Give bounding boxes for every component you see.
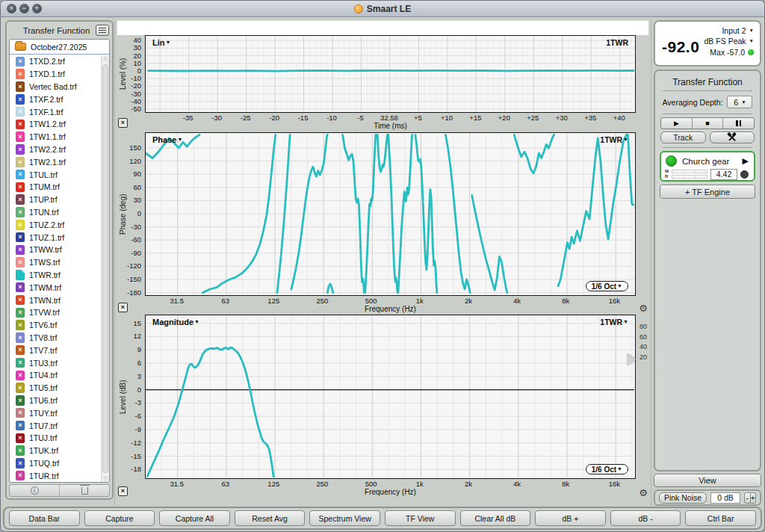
list-item[interactable]: ×1TXD.1.trf <box>10 68 101 81</box>
delay-find-button[interactable] <box>740 170 749 179</box>
clear-all-db-button[interactable]: Clear All dB <box>460 510 531 526</box>
trace-file-icon: × <box>16 371 25 381</box>
list-item[interactable]: ×1TUR.trf <box>10 469 101 482</box>
list-item[interactable]: ×1TU4.trf <box>10 369 101 382</box>
list-item[interactable]: ×1TWS.trf <box>10 256 101 269</box>
tools-button[interactable] <box>710 132 755 143</box>
list-item[interactable]: ×1TV7.trf <box>10 344 101 356</box>
play-button[interactable]: ▶ <box>661 118 692 129</box>
phase-plot[interactable]: Phase▼ 1TWR▼ 1/6 Oct▼ <box>145 132 636 296</box>
list-item[interactable]: ×1TUL.trf <box>10 168 101 181</box>
list-item[interactable]: ×1TUZ.1.trf <box>10 231 101 244</box>
level-minus-button[interactable]: - <box>744 492 751 504</box>
library-footer-bar: i <box>9 484 110 497</box>
list-item[interactable]: ×1TW1.1.trf <box>10 131 101 143</box>
delete-button[interactable] <box>59 485 109 496</box>
list-item[interactable]: ×1TUK.trf <box>10 445 101 457</box>
trace-file-icon: × <box>16 433 25 444</box>
list-item[interactable]: ×1TV8.trf <box>10 332 101 344</box>
tf-view-button[interactable]: TF View <box>385 510 456 526</box>
list-item[interactable]: ×1TWW.trf <box>10 244 101 256</box>
list-item[interactable]: ×1TV6.trf <box>10 319 101 332</box>
averaging-depth-label: Averaging Depth: <box>663 98 723 107</box>
lin-plot[interactable]: Lin▼ 1TWR <box>145 35 636 113</box>
list-item[interactable]: ×1TUZ.2.trf <box>10 218 101 231</box>
list-scrollbar[interactable]: △ ▽ <box>101 55 109 482</box>
list-item[interactable]: ×1TWN.trf <box>10 294 101 306</box>
db--button[interactable]: dB - <box>610 510 681 526</box>
pink-noise-button[interactable]: Pink Noise <box>659 492 707 504</box>
reset-avg-button[interactable]: Reset Avg <box>235 510 306 526</box>
engine-active-led-icon[interactable] <box>666 155 677 167</box>
pane-settings-gear-icon[interactable]: ⚙ <box>637 488 649 498</box>
list-item[interactable]: ×1TXF.1.trf <box>10 105 101 118</box>
trace-file-name: 1TUY.trf <box>29 409 58 418</box>
stop-button[interactable]: ■ <box>692 118 723 129</box>
list-item[interactable]: ×1TUJ.trf <box>10 432 101 445</box>
data-bar-button[interactable]: Data Bar <box>9 510 80 526</box>
phase-y-ticks: 1501209060300-30-60-90-120-150-180 <box>117 132 143 296</box>
mag-y-ticks: 15129630-3-6-9-12-15-18 <box>117 315 143 479</box>
close-pane-icon[interactable]: × <box>118 486 128 496</box>
trace-file-icon: × <box>16 383 25 393</box>
spectrum-view-button[interactable]: Spectrum View <box>309 510 380 526</box>
list-item[interactable]: ×1TWM.trf <box>10 281 101 294</box>
tf-engine-church-gear[interactable]: Church gear ▶ MR 4.42 <box>660 151 755 182</box>
view-button[interactable]: View <box>654 474 761 487</box>
list-item[interactable]: ×1TW1.2.trf <box>10 118 101 131</box>
list-item[interactable]: ×1TU7.trf <box>10 419 101 432</box>
phase-x-axis: 31.5631252505001k2k4k8k16k Frequency (Hz… <box>145 296 636 314</box>
trace-file-name: 1TV6.trf <box>29 321 57 330</box>
close-pane-icon[interactable]: × <box>118 118 128 128</box>
capture-button[interactable]: Capture <box>84 510 155 526</box>
scrollbar-thumb[interactable] <box>102 64 108 473</box>
phase-trace-menu[interactable]: 1TWR▼ <box>600 135 628 144</box>
list-item[interactable]: ×1TXF.2.trf <box>10 93 101 105</box>
pane-settings-gear-icon[interactable]: ⚙ <box>637 303 649 314</box>
list-item[interactable]: ×1TXD.2.trf <box>10 55 101 68</box>
trace-file-icon: × <box>16 458 25 468</box>
list-item[interactable]: ×1TUQ.trf <box>10 457 101 470</box>
scroll-up-icon[interactable]: △ <box>102 55 109 61</box>
db--button[interactable]: dB + <box>535 510 606 526</box>
list-item[interactable]: ×1TU5.trf <box>10 382 101 395</box>
averaging-depth-select[interactable]: 6▼ <box>727 96 752 108</box>
list-item[interactable]: ×Vertec Bad.trf <box>10 81 101 93</box>
mag-type-menu[interactable]: Magnitude▼ <box>152 318 199 327</box>
ctrl-bar-button[interactable]: Ctrl Bar <box>685 510 756 526</box>
info-button[interactable]: i <box>10 485 59 496</box>
list-item[interactable]: ×1TW2.1.trf <box>10 155 101 168</box>
list-item[interactable]: ×1TU3.trf <box>10 356 101 369</box>
input-select[interactable]: Input 2▼ <box>722 25 754 35</box>
engine-run-icon[interactable]: ▶ <box>743 156 749 166</box>
mag-trace-menu[interactable]: 1TWR▼ <box>600 318 628 327</box>
list-item[interactable]: ×1TVW.trf <box>10 306 101 319</box>
close-pane-icon[interactable]: × <box>118 303 128 312</box>
list-item[interactable]: ×1TUY.trf <box>10 406 101 419</box>
list-item[interactable]: 1TWR.trf <box>10 269 101 282</box>
folder-row[interactable]: October27.2025 <box>10 40 109 55</box>
list-item[interactable]: ×1TUM.trf <box>10 181 101 194</box>
phase-chart-svg <box>146 133 634 294</box>
capture-all-button[interactable]: Capture All <box>159 510 230 526</box>
pause-button[interactable] <box>722 118 754 129</box>
pause-icon <box>736 120 738 126</box>
library-menu-button[interactable] <box>96 25 109 36</box>
phase-smoothing-menu[interactable]: 1/6 Oct▼ <box>586 281 628 291</box>
delay-value-field[interactable]: 4.42 <box>710 169 737 180</box>
scroll-down-icon[interactable]: ▽ <box>102 476 109 482</box>
phase-type-menu[interactable]: Phase▼ <box>152 135 182 144</box>
mag-plot[interactable]: Magnitude▼ 1TWR▼ 1/6 Oct▼ <box>145 315 636 479</box>
lin-type-menu[interactable]: Lin▼ <box>152 38 170 47</box>
track-button[interactable]: Track <box>660 132 706 143</box>
threshold-slider-handle[interactable] <box>628 353 636 365</box>
add-tf-engine-button[interactable]: + TF Engine <box>660 185 755 199</box>
trace-file-name: 1TV8.trf <box>29 333 57 342</box>
list-item[interactable]: ×1TW2.2.trf <box>10 143 101 156</box>
meter-mode-select[interactable]: dB FS Peak▼ <box>704 36 754 46</box>
list-item[interactable]: ×1TUN.trf <box>10 206 101 219</box>
list-item[interactable]: ×1TUP.trf <box>10 194 101 206</box>
mag-smoothing-menu[interactable]: 1/6 Oct▼ <box>586 464 628 474</box>
level-plus-button[interactable]: + <box>751 492 757 504</box>
list-item[interactable]: ×1TU6.trf <box>10 395 101 407</box>
